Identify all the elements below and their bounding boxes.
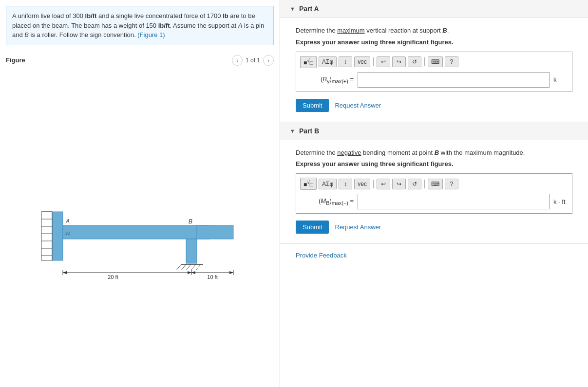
page-info: 1 of 1 — [246, 57, 260, 64]
svg-text:10 ft: 10 ft — [207, 274, 217, 280]
left-panel: A uniform live load of 300 lb/ft and a s… — [0, 0, 280, 387]
figure-nav: ‹ 1 of 1 › — [232, 55, 274, 66]
part-b-divider1 — [373, 180, 374, 188]
part-b-submit-button[interactable]: Submit — [296, 221, 329, 234]
figure-title: Figure — [6, 56, 25, 64]
part-b-answer-label: (MB)max(−) = — [300, 197, 354, 206]
svg-text:A: A — [65, 218, 70, 225]
svg-line-17 — [191, 264, 196, 270]
svg-line-14 — [176, 264, 181, 270]
part-a-section: ▼ Part A Determine the maximum vertical … — [280, 0, 588, 122]
feedback-section: Provide Feedback — [280, 244, 588, 267]
part-b-tb-sqrt[interactable]: ■√□ — [300, 178, 317, 190]
problem-statement: A uniform live load of 300 lb/ft and a s… — [6, 6, 274, 45]
part-a-unit: k — [553, 76, 568, 83]
part-a-tb-vec[interactable]: vec — [354, 56, 370, 67]
part-a-tb-sigma[interactable]: ΑΣφ — [319, 56, 337, 67]
part-a-tb-updown[interactable]: ↕ — [339, 56, 352, 67]
svg-text:B: B — [189, 218, 192, 225]
part-a-divider1 — [373, 57, 374, 66]
part-b-answer-input[interactable] — [358, 194, 550, 209]
svg-text:23: 23 — [65, 231, 70, 236]
next-figure-button[interactable]: › — [263, 55, 274, 66]
part-b-label: Part B — [299, 127, 319, 135]
part-b-toolbar: ■√□ ΑΣφ ↕ vec ↩ ↪ ↺ ⌨ ? — [300, 178, 568, 190]
svg-rect-0 — [52, 212, 63, 260]
svg-line-16 — [186, 264, 191, 270]
part-a-tb-sqrt[interactable]: ■√□ — [300, 56, 317, 68]
part-a-answer-label: (By)max(+) = — [300, 75, 354, 84]
part-b-tb-redo[interactable]: ↪ — [392, 179, 406, 189]
part-a-header: ▼ Part A — [280, 0, 588, 18]
part-a-action-row: Submit Request Answer — [296, 99, 572, 112]
part-a-content: Determine the maximum vertical reaction … — [280, 18, 588, 122]
part-a-submit-button[interactable]: Submit — [296, 99, 329, 112]
part-a-input-box: ■√□ ΑΣφ ↕ vec ↩ ↪ ↺ ⌨ ? (By)max(+) = — [296, 52, 572, 92]
part-a-underline: maximum — [337, 27, 364, 34]
svg-marker-29 — [191, 271, 195, 274]
part-b-tb-updown[interactable]: ↕ — [339, 179, 352, 189]
part-b-tb-reset[interactable]: ↺ — [408, 179, 421, 189]
part-b-description: Determine the negative bending moment at… — [296, 148, 572, 158]
part-b-unit: k · ft — [553, 198, 568, 205]
part-b-content: Determine the negative bending moment at… — [280, 140, 588, 244]
part-a-divider2 — [424, 57, 425, 66]
svg-text:20 ft: 20 ft — [108, 274, 118, 280]
part-a-tb-reset[interactable]: ↺ — [408, 56, 421, 67]
part-b-action-row: Submit Request Answer — [296, 221, 572, 234]
svg-marker-25 — [188, 271, 191, 274]
prev-figure-button[interactable]: ‹ — [232, 55, 243, 66]
part-a-answer-row: (By)max(+) = k — [300, 72, 568, 88]
part-b-tb-sigma[interactable]: ΑΣφ — [319, 179, 337, 189]
part-a-description: Determine the maximum vertical reaction … — [296, 26, 572, 36]
provide-feedback-link[interactable]: Provide Feedback — [296, 252, 347, 259]
part-a-request-link[interactable]: Request Answer — [335, 102, 381, 109]
right-panel: ▼ Part A Determine the maximum vertical … — [280, 0, 588, 387]
beam-diagram: A B 20 ft — [38, 173, 242, 280]
part-b-answer-row: (MB)max(−) = k · ft — [300, 194, 568, 209]
part-a-label: Part A — [299, 5, 319, 13]
figure-area: Figure ‹ 1 of 1 › — [0, 51, 280, 387]
part-b-tb-undo[interactable]: ↩ — [377, 179, 390, 189]
part-a-answer-input[interactable] — [358, 72, 550, 88]
figure-canvas: A B 20 ft — [6, 70, 274, 384]
part-b-underline: negative — [337, 149, 361, 156]
part-a-tb-keyboard[interactable]: ⌨ — [428, 56, 443, 67]
part-b-express: Express your answer using three signific… — [296, 160, 572, 167]
part-b-arrow: ▼ — [290, 128, 295, 134]
part-b-tb-keyboard[interactable]: ⌨ — [428, 179, 443, 189]
part-b-header: ▼ Part B — [280, 122, 588, 140]
svg-marker-30 — [229, 271, 233, 274]
problem-text-content: A uniform live load of 300 lb/ft and a s… — [12, 12, 264, 38]
part-a-tb-redo[interactable]: ↪ — [392, 56, 406, 67]
part-a-arrow: ▼ — [290, 6, 295, 12]
part-b-tb-help[interactable]: ? — [445, 179, 458, 189]
part-b-request-link[interactable]: Request Answer — [335, 223, 381, 231]
part-b-divider2 — [424, 180, 425, 188]
part-a-express: Express your answer using three signific… — [296, 38, 572, 46]
part-b-section: ▼ Part B Determine the negative bending … — [280, 122, 588, 244]
part-b-tb-vec[interactable]: vec — [354, 179, 370, 189]
figure-header: Figure ‹ 1 of 1 › — [6, 55, 274, 66]
svg-rect-12 — [186, 239, 197, 263]
svg-line-15 — [181, 264, 186, 270]
svg-marker-24 — [63, 271, 67, 274]
part-a-toolbar: ■√□ ΑΣφ ↕ vec ↩ ↪ ↺ ⌨ ? — [300, 56, 568, 68]
part-b-input-box: ■√□ ΑΣφ ↕ vec ↩ ↪ ↺ ⌨ ? (MB)max(−) = — [296, 173, 572, 214]
svg-rect-19 — [197, 225, 233, 239]
figure-link[interactable]: (Figure 1) — [137, 31, 165, 38]
svg-line-18 — [196, 264, 201, 270]
part-a-tb-help[interactable]: ? — [445, 56, 458, 67]
part-a-tb-undo[interactable]: ↩ — [377, 56, 390, 67]
svg-rect-9 — [63, 225, 209, 239]
